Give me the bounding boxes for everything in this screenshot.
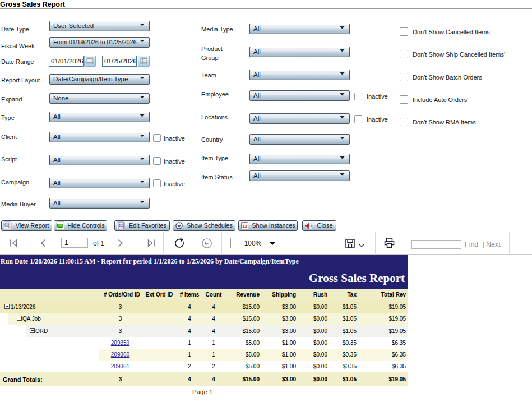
svg-text:12: 12 (242, 224, 247, 229)
